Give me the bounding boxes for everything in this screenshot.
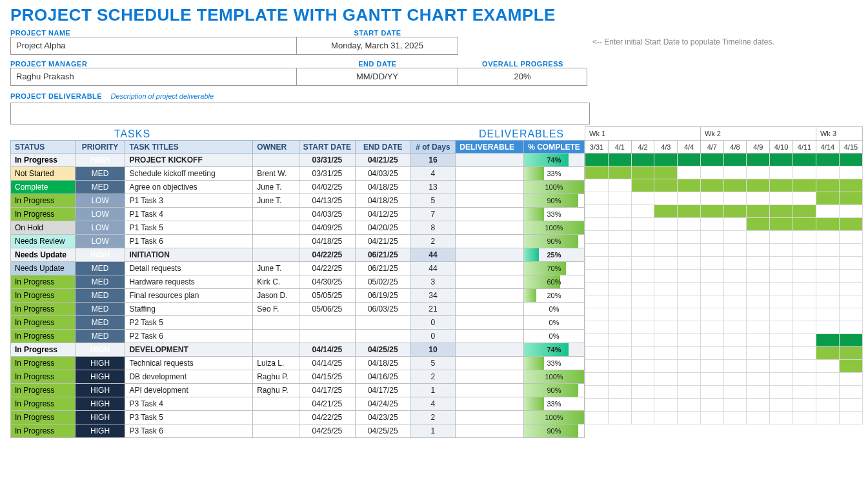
owner-cell[interactable]: Brent W. [253, 167, 299, 181]
start-cell[interactable]: 04/30/25 [299, 275, 355, 289]
status-cell[interactable]: In Progress [11, 370, 76, 384]
start-cell[interactable]: 04/17/25 [299, 384, 355, 397]
title-cell[interactable]: PROJECT KICKOFF [125, 154, 253, 167]
title-cell[interactable]: P1 Task 5 [125, 221, 253, 235]
deliverable-cell[interactable] [456, 357, 524, 370]
end-cell[interactable] [356, 330, 410, 343]
start-cell[interactable]: 04/15/25 [299, 370, 355, 384]
priority-cell[interactable]: HIGH [75, 370, 125, 384]
table-row[interactable]: In ProgressHIGHP3 Task 604/25/2504/25/25… [11, 424, 585, 438]
table-row[interactable]: Needs ReviewLOWP1 Task 604/18/2504/21/25… [11, 235, 585, 248]
status-cell[interactable]: In Progress [11, 208, 76, 221]
table-row[interactable]: In ProgressLOWP1 Task 404/03/2504/12/257… [11, 208, 585, 221]
priority-cell[interactable]: LOW [75, 194, 125, 208]
owner-cell[interactable]: Luiza L. [253, 357, 299, 370]
end-cell[interactable]: 04/03/25 [356, 167, 410, 181]
title-cell[interactable]: DEVELOPMENT [125, 343, 253, 357]
table-row[interactable]: In ProgressMEDP2 Task 600% [11, 330, 585, 343]
end-cell[interactable]: 04/12/25 [356, 208, 410, 221]
priority-cell[interactable]: LOW [75, 208, 125, 221]
owner-cell[interactable] [253, 424, 299, 438]
table-row[interactable]: In ProgressMEDFinal resources planJason … [11, 289, 585, 303]
deliverable-cell[interactable] [456, 208, 524, 221]
end-cell[interactable]: 04/16/25 [356, 370, 410, 384]
status-cell[interactable]: In Progress [11, 357, 76, 370]
title-cell[interactable]: Hardware requests [125, 275, 253, 289]
deliverable-cell[interactable] [456, 194, 524, 208]
title-cell[interactable]: Agree on objectives [125, 181, 253, 194]
owner-cell[interactable] [253, 397, 299, 411]
deliverable-cell[interactable] [456, 221, 524, 235]
title-cell[interactable]: P2 Task 5 [125, 316, 253, 330]
table-row[interactable]: In ProgressMEDP2 Task 500% [11, 316, 585, 330]
status-cell[interactable]: On Hold [11, 221, 76, 235]
start-cell[interactable]: 05/05/25 [299, 289, 355, 303]
col-task_titles[interactable]: TASK TITLES [125, 141, 253, 154]
table-row[interactable]: In ProgressMEDStaffingSeo F.05/06/2506/0… [11, 303, 585, 316]
table-row[interactable]: In ProgressHIGHTechnical requestsLuiza L… [11, 357, 585, 370]
title-cell[interactable]: Detail requests [125, 262, 253, 275]
title-cell[interactable]: P2 Task 6 [125, 330, 253, 343]
title-cell[interactable]: Technical requests [125, 357, 253, 370]
status-cell[interactable]: In Progress [11, 154, 76, 167]
priority-cell[interactable]: MED [75, 289, 125, 303]
priority-cell[interactable]: MED [75, 330, 125, 343]
start-cell[interactable]: 04/22/25 [299, 411, 355, 424]
title-cell[interactable]: P1 Task 4 [125, 208, 253, 221]
start-cell[interactable] [299, 330, 355, 343]
owner-cell[interactable] [253, 154, 299, 167]
deliverable-cell[interactable] [456, 384, 524, 397]
table-row[interactable]: In ProgressMEDHardware requestsKirk C.04… [11, 275, 585, 289]
start-cell[interactable]: 04/09/25 [299, 221, 355, 235]
status-cell[interactable]: In Progress [11, 194, 76, 208]
status-cell[interactable]: In Progress [11, 424, 76, 438]
title-cell[interactable]: API development [125, 384, 253, 397]
status-cell[interactable]: Complete [11, 181, 76, 194]
project-deliverable-input[interactable] [10, 103, 590, 124]
status-cell[interactable]: In Progress [11, 316, 76, 330]
table-row[interactable]: Needs UpdateMEDDetail requestsJune T.04/… [11, 262, 585, 275]
table-row[interactable]: On HoldLOWP1 Task 504/09/2504/20/258100% [11, 221, 585, 235]
owner-cell[interactable] [253, 248, 299, 262]
status-cell[interactable]: In Progress [11, 343, 76, 357]
deliverable-cell[interactable] [456, 397, 524, 411]
priority-cell[interactable]: HIGH [75, 384, 125, 397]
priority-cell[interactable]: MED [75, 181, 125, 194]
owner-cell[interactable]: Jason D. [253, 289, 299, 303]
project-name-input[interactable]: Project Alpha [10, 37, 297, 55]
title-cell[interactable]: Schedule kickoff meeting [125, 167, 253, 181]
priority-cell[interactable]: MED [75, 316, 125, 330]
end-cell[interactable]: 04/21/25 [356, 235, 410, 248]
col-status[interactable]: STATUS [11, 141, 76, 154]
start-cell[interactable]: 03/31/25 [299, 167, 355, 181]
owner-cell[interactable] [253, 208, 299, 221]
table-row[interactable]: In ProgressHIGHDB developmentRaghu P.04/… [11, 370, 585, 384]
status-cell[interactable]: Needs Update [11, 262, 76, 275]
title-cell[interactable]: Staffing [125, 303, 253, 316]
deliverable-cell[interactable] [456, 181, 524, 194]
end-cell[interactable]: 06/21/25 [356, 248, 410, 262]
status-cell[interactable]: In Progress [11, 289, 76, 303]
end-cell[interactable]: 05/02/25 [356, 275, 410, 289]
start-cell[interactable]: 04/02/25 [299, 181, 355, 194]
start-cell[interactable]: 04/18/25 [299, 235, 355, 248]
owner-cell[interactable]: June T. [253, 194, 299, 208]
owner-cell[interactable] [253, 316, 299, 330]
owner-cell[interactable] [253, 343, 299, 357]
priority-cell[interactable]: MED [75, 275, 125, 289]
owner-cell[interactable]: Kirk C. [253, 275, 299, 289]
table-row[interactable]: In ProgressHIGHP3 Task 504/22/2504/23/25… [11, 411, 585, 424]
start-cell[interactable]: 04/14/25 [299, 343, 355, 357]
end-cell[interactable]: 06/19/25 [356, 289, 410, 303]
deliverable-cell[interactable] [456, 424, 524, 438]
priority-cell[interactable]: LOW [75, 221, 125, 235]
status-cell[interactable]: Not Started [11, 167, 76, 181]
end-cell[interactable]: 04/17/25 [356, 384, 410, 397]
project-manager-input[interactable]: Raghu Prakash [10, 68, 297, 86]
col-owner[interactable]: OWNER [253, 141, 299, 154]
deliverable-cell[interactable] [456, 411, 524, 424]
end-cell[interactable]: 04/18/25 [356, 181, 410, 194]
deliverable-cell[interactable] [456, 316, 524, 330]
deliverable-cell[interactable] [456, 262, 524, 275]
end-cell[interactable]: 04/25/25 [356, 343, 410, 357]
